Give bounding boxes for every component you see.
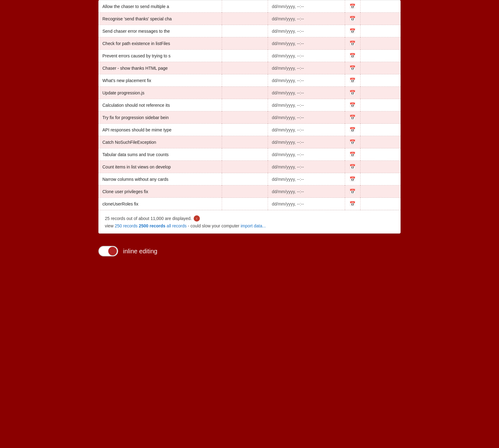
table-row: Update progression.jsdd/mm/yyyy, --:--📅 xyxy=(99,87,400,99)
row-last xyxy=(360,99,400,111)
upload-icon[interactable]: ↑ xyxy=(194,215,200,222)
view-all-link[interactable]: all records xyxy=(167,223,187,228)
row-middle xyxy=(222,62,268,74)
row-date[interactable]: dd/mm/yyyy, --:-- xyxy=(268,99,345,111)
records-summary: 25 records out of about 11,000 are displ… xyxy=(105,216,192,221)
calendar-icon[interactable]: 📅 xyxy=(345,74,360,87)
row-date[interactable]: dd/mm/yyyy, --:-- xyxy=(268,173,345,185)
table-row: Send chaser error messages to thedd/mm/y… xyxy=(99,25,400,37)
row-middle xyxy=(222,198,268,210)
row-date[interactable]: dd/mm/yyyy, --:-- xyxy=(268,62,345,74)
table-row: Clone user privileges fixdd/mm/yyyy, --:… xyxy=(99,185,400,198)
row-middle xyxy=(222,87,268,99)
row-name: Calculation should not reference its xyxy=(99,99,222,111)
row-name: Narrow columns without any cards xyxy=(99,173,222,185)
table-row: Prevent errors caused by trying to sdd/m… xyxy=(99,50,400,62)
calendar-icon[interactable]: 📅 xyxy=(345,99,360,111)
row-date[interactable]: dd/mm/yyyy, --:-- xyxy=(268,87,345,99)
row-name: API responses should be mime type xyxy=(99,124,222,136)
inline-editing-label: inline editing xyxy=(123,248,157,255)
table-row: cloneUserRoles fixdd/mm/yyyy, --:--📅 xyxy=(99,198,400,210)
table-row: API responses should be mime typedd/mm/y… xyxy=(99,124,400,136)
calendar-icon[interactable]: 📅 xyxy=(345,0,360,13)
row-name: Allow the chaser to send multiple a xyxy=(99,0,222,13)
calendar-icon[interactable]: 📅 xyxy=(345,50,360,62)
row-name: Tabular data sums and true counts xyxy=(99,148,222,161)
table-container: Allow the chaser to send multiple add/mm… xyxy=(98,0,401,234)
row-date[interactable]: dd/mm/yyyy, --:-- xyxy=(268,124,345,136)
calendar-icon[interactable]: 📅 xyxy=(345,173,360,185)
row-name: Count items in list views on develop xyxy=(99,161,222,173)
row-middle xyxy=(222,74,268,87)
row-name: Send chaser error messages to the xyxy=(99,25,222,37)
calendar-icon[interactable]: 📅 xyxy=(345,62,360,74)
toggle-knob xyxy=(108,247,117,255)
row-name: Clone user privileges fix xyxy=(99,185,222,198)
row-last xyxy=(360,0,400,13)
table-row: What's new placement fixdd/mm/yyyy, --:-… xyxy=(99,74,400,87)
row-name: Catch NoSuchFileException xyxy=(99,136,222,148)
row-date[interactable]: dd/mm/yyyy, --:-- xyxy=(268,161,345,173)
row-date[interactable]: dd/mm/yyyy, --:-- xyxy=(268,198,345,210)
row-date[interactable]: dd/mm/yyyy, --:-- xyxy=(268,185,345,198)
row-last xyxy=(360,148,400,161)
row-last xyxy=(360,124,400,136)
calendar-icon[interactable]: 📅 xyxy=(345,185,360,198)
calendar-icon[interactable]: 📅 xyxy=(345,111,360,124)
row-date[interactable]: dd/mm/yyyy, --:-- xyxy=(268,136,345,148)
row-last xyxy=(360,111,400,124)
records-table: Allow the chaser to send multiple add/mm… xyxy=(99,0,400,210)
table-row: Chaser - show thanks HTML pagedd/mm/yyyy… xyxy=(99,62,400,74)
view-label: view xyxy=(105,223,113,228)
inline-editing-toggle[interactable] xyxy=(98,246,118,256)
row-middle xyxy=(222,124,268,136)
row-last xyxy=(360,50,400,62)
row-middle xyxy=(222,185,268,198)
calendar-icon[interactable]: 📅 xyxy=(345,13,360,25)
row-name: Recognise 'send thanks' special cha xyxy=(99,13,222,25)
row-last xyxy=(360,136,400,148)
row-date[interactable]: dd/mm/yyyy, --:-- xyxy=(268,74,345,87)
calendar-icon[interactable]: 📅 xyxy=(345,161,360,173)
row-middle xyxy=(222,37,268,50)
row-name: Check for path existence in listFiles xyxy=(99,37,222,50)
calendar-icon[interactable]: 📅 xyxy=(345,124,360,136)
view-2500-link[interactable]: 2500 records xyxy=(139,223,165,228)
row-date[interactable]: dd/mm/yyyy, --:-- xyxy=(268,50,345,62)
calendar-icon[interactable]: 📅 xyxy=(345,87,360,99)
calendar-icon[interactable]: 📅 xyxy=(345,25,360,37)
row-date[interactable]: dd/mm/yyyy, --:-- xyxy=(268,13,345,25)
row-date[interactable]: dd/mm/yyyy, --:-- xyxy=(268,37,345,50)
table-row: Calculation should not reference itsdd/m… xyxy=(99,99,400,111)
calendar-icon[interactable]: 📅 xyxy=(345,148,360,161)
table-row: Check for path existence in listFilesdd/… xyxy=(99,37,400,50)
view-250-link[interactable]: 250 records xyxy=(115,223,138,228)
row-last xyxy=(360,62,400,74)
row-middle xyxy=(222,99,268,111)
bottom-bar: inline editing xyxy=(98,243,401,259)
row-date[interactable]: dd/mm/yyyy, --:-- xyxy=(268,111,345,124)
row-middle xyxy=(222,148,268,161)
row-last xyxy=(360,173,400,185)
row-middle xyxy=(222,173,268,185)
table-row: Try fix for progression sidebar beindd/m… xyxy=(99,111,400,124)
row-middle xyxy=(222,25,268,37)
row-date[interactable]: dd/mm/yyyy, --:-- xyxy=(268,25,345,37)
row-last xyxy=(360,185,400,198)
row-last xyxy=(360,37,400,50)
calendar-icon[interactable]: 📅 xyxy=(345,136,360,148)
row-middle xyxy=(222,136,268,148)
calendar-icon[interactable]: 📅 xyxy=(345,37,360,50)
table-row: Catch NoSuchFileExceptiondd/mm/yyyy, --:… xyxy=(99,136,400,148)
row-date[interactable]: dd/mm/yyyy, --:-- xyxy=(268,148,345,161)
row-date[interactable]: dd/mm/yyyy, --:-- xyxy=(268,0,345,13)
footer-section: 25 records out of about 11,000 are displ… xyxy=(99,210,400,233)
row-middle xyxy=(222,161,268,173)
row-name: Prevent errors caused by trying to s xyxy=(99,50,222,62)
row-name: Update progression.js xyxy=(99,87,222,99)
import-data-link[interactable]: import data... xyxy=(241,223,266,228)
row-middle xyxy=(222,111,268,124)
row-last xyxy=(360,87,400,99)
calendar-icon[interactable]: 📅 xyxy=(345,198,360,210)
row-middle xyxy=(222,13,268,25)
